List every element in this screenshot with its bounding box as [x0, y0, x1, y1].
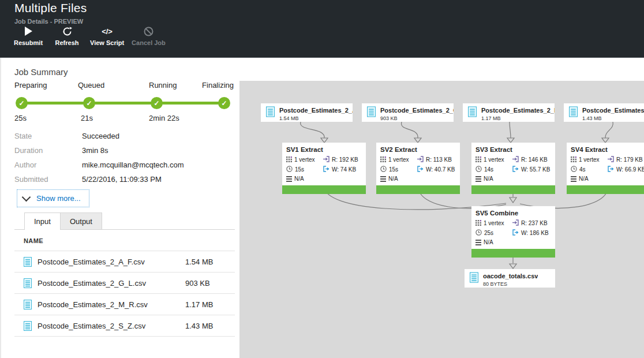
- job-graph-panel[interactable]: Postcode_Estimates_2_A...1.54 MB Postcod…: [239, 81, 644, 358]
- cancel-job-button[interactable]: Cancel Job: [132, 26, 166, 46]
- state-value: Succeeded: [82, 132, 119, 140]
- table-row[interactable]: Postcode_Estimates_2_S_Z.csv 1.43 MB: [14, 315, 235, 337]
- detail-row-state: State Succeeded: [14, 132, 234, 146]
- file-name: Postcode_Estimates_2_G_L.csv: [38, 279, 185, 288]
- file-size: 1.43 MB: [185, 322, 235, 330]
- write-icon: [512, 166, 519, 174]
- graph-input-file-node[interactable]: Postcode_Estimates_2_M...1.17 MB: [463, 103, 555, 122]
- node-file-name: Postcode_Estimates_: [582, 107, 644, 114]
- data-menu-icon: [571, 176, 576, 182]
- submitted-value: 5/22/2016, 11:09:33 PM: [82, 175, 162, 184]
- graph-stage-node-sv3[interactable]: SV3 Extract 1 vertex R: 146 KB 14s W: 55…: [471, 143, 555, 194]
- vertex-grid-icon: [475, 220, 481, 228]
- stage-data: N/A: [484, 176, 493, 182]
- duration-value: 3min 8s: [82, 146, 108, 155]
- graph-stage-node-sv1[interactable]: SV1 Extract 1 vertex R: 192 KB 15s W: 74…: [282, 143, 366, 194]
- stage-vertices: 1 vertex: [484, 156, 504, 163]
- resubmit-label: Resubmit: [14, 39, 43, 46]
- stage-vertices: 1 vertex: [484, 220, 504, 227]
- stage-title: SV1 Extract: [286, 146, 364, 153]
- stage-time-preparing: 25s: [14, 114, 27, 122]
- file-icon: [24, 278, 32, 288]
- resubmit-button[interactable]: Resubmit: [13, 26, 44, 46]
- author-label: Author: [14, 161, 82, 169]
- clock-icon: [380, 166, 387, 174]
- table-row[interactable]: Postcode_Estimates_2_M_R.csv 1.17 MB: [14, 293, 235, 315]
- stage-time-running: 2min 22s: [149, 114, 179, 122]
- graph-edges: [239, 81, 644, 358]
- stage-read: R: 192 KB: [332, 156, 358, 163]
- node-file-name: Postcode_Estimates_2_G...: [380, 107, 454, 114]
- file-icon: [470, 272, 478, 285]
- check-icon: ✓: [218, 97, 230, 109]
- show-more-link[interactable]: Show more...: [17, 189, 89, 207]
- file-icon: [24, 321, 32, 331]
- stage-write: W: 55.7 KB: [521, 166, 550, 173]
- file-name: Postcode_Estimates_2_M_R.csv: [38, 300, 185, 309]
- play-icon: [25, 26, 32, 36]
- graph-output-file-node[interactable]: oacode_totals.csv80 BYTES: [465, 269, 555, 288]
- view-script-button[interactable]: </> View Script: [90, 26, 124, 46]
- graph-input-file-node[interactable]: Postcode_Estimates_2_A...1.54 MB: [261, 103, 353, 122]
- tab-input[interactable]: Input: [24, 212, 61, 230]
- command-toolbar: Resubmit Refresh </> View Script Cancel …: [13, 26, 166, 46]
- refresh-button[interactable]: Refresh: [51, 26, 83, 46]
- job-stage-timeline: Preparing Queued Running Finalizing ✓ ✓ …: [14, 81, 234, 124]
- input-files-table: NAME Postcode_Estimates_2_A_F.csv 1.54 M…: [14, 230, 235, 337]
- refresh-icon: [62, 26, 72, 36]
- graph-stage-node-sv4[interactable]: SV4 Extract 1 vertex R: 179 KB 4s W: 66.…: [567, 143, 644, 194]
- stage-title: SV4 Extract: [571, 146, 644, 153]
- node-file-size: 1.17 MB: [481, 115, 555, 121]
- stage-label-queued: Queued: [78, 81, 104, 90]
- stage-data: N/A: [579, 176, 589, 182]
- write-icon: [323, 166, 330, 174]
- file-size: 903 KB: [185, 279, 235, 288]
- stage-title: SV3 Extract: [475, 146, 553, 153]
- check-icon: ✓: [151, 97, 163, 109]
- stage-label-finalizing: Finalizing: [202, 81, 234, 90]
- file-icon: [24, 257, 32, 267]
- cancel-icon: [144, 26, 153, 36]
- author-value: mike.mcquillan@mcqtech.com: [82, 161, 184, 169]
- file-icon: [24, 300, 32, 309]
- show-more-label: Show more...: [36, 194, 81, 203]
- stage-read: R: 237 KB: [521, 220, 548, 227]
- clock-icon: [475, 166, 482, 174]
- read-icon: [512, 219, 519, 228]
- graph-input-file-node[interactable]: Postcode_Estimates_1.43 MB: [564, 103, 644, 122]
- stage-time: 15s: [389, 166, 398, 173]
- file-name: Postcode_Estimates_2_S_Z.csv: [38, 322, 185, 330]
- job-detail-list: State Succeeded Duration 3min 8s Author …: [14, 132, 234, 189]
- graph-input-file-node[interactable]: Postcode_Estimates_2_G...903 KB: [362, 103, 454, 122]
- file-size: 1.17 MB: [185, 300, 235, 309]
- table-row[interactable]: Postcode_Estimates_2_A_F.csv 1.54 MB: [14, 251, 235, 272]
- check-icon: ✓: [83, 97, 95, 109]
- graph-stage-node-sv5[interactable]: SV5 Combine 1 vertex R: 237 KB 25s W: 18…: [471, 206, 555, 258]
- stage-time: 14s: [484, 166, 493, 173]
- page-title: Multiple Files: [14, 1, 87, 15]
- stage-write: W: 66.9 KB: [616, 166, 644, 173]
- refresh-label: Refresh: [55, 39, 79, 46]
- job-summary-pane: Job Summary Preparing Queued Running Fin…: [0, 58, 239, 358]
- file-icon: [569, 106, 578, 120]
- graph-stage-node-sv2[interactable]: SV2 Extract 1 vertex R: 113 KB 15s W: 40…: [376, 143, 460, 194]
- table-row[interactable]: Postcode_Estimates_2_G_L.csv 903 KB: [14, 272, 235, 293]
- blade-header: Multiple Files Job Details - PREVIEW Res…: [0, 0, 644, 58]
- stage-progress-bar: [567, 185, 644, 194]
- stage-data: N/A: [388, 176, 398, 182]
- write-icon: [417, 166, 424, 174]
- stage-time: 25s: [484, 230, 493, 237]
- detail-row-duration: Duration 3min 8s: [14, 146, 234, 161]
- submitted-label: Submitted: [14, 175, 82, 184]
- stage-vertices: 1 vertex: [294, 156, 315, 163]
- data-menu-icon: [380, 176, 386, 182]
- stage-progress-bar: [282, 185, 366, 194]
- detail-row-author: Author mike.mcquillan@mcqtech.com: [14, 161, 234, 175]
- write-icon: [512, 229, 519, 237]
- tab-output[interactable]: Output: [61, 212, 102, 230]
- timeline-track: [22, 102, 224, 105]
- stage-write: W: 74 KB: [332, 166, 356, 173]
- code-icon: </>: [102, 26, 113, 36]
- view-script-label: View Script: [90, 39, 124, 46]
- stage-vertices: 1 vertex: [388, 156, 409, 163]
